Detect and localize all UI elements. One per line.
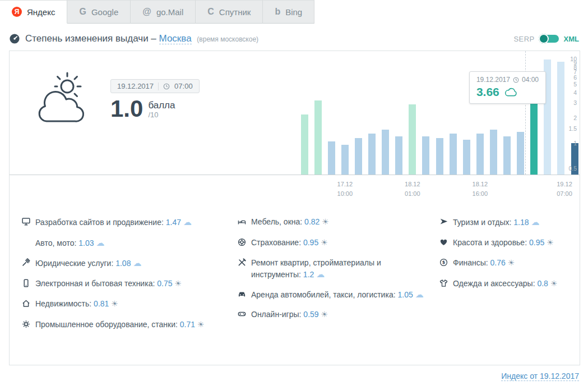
x-axis-tick: 19.1207:00 bbox=[557, 180, 572, 198]
tab-gomail[interactable]: @go.Mail bbox=[131, 0, 196, 24]
category-value-link[interactable]: 0.71 bbox=[180, 320, 195, 329]
cloud-icon: ☁ bbox=[96, 238, 104, 248]
x-axis-tick: 18.1216:00 bbox=[473, 180, 488, 198]
chart-bar[interactable] bbox=[436, 138, 443, 175]
tab-sputnik[interactable]: ССпутник bbox=[196, 0, 263, 24]
serp-volatility-panel: 19.12.2017 07:00 1.0 балла /10 19.12.201… bbox=[9, 51, 580, 365]
category-value-link[interactable]: 0.95 bbox=[303, 238, 318, 247]
chart-bar[interactable] bbox=[382, 130, 389, 175]
xml-label: XML bbox=[564, 35, 579, 43]
sun-icon: ☀ bbox=[322, 217, 329, 226]
category-label: Мебель, окна: bbox=[251, 217, 304, 226]
category-value-link[interactable]: 0.76 bbox=[490, 258, 506, 267]
monitor-icon bbox=[22, 217, 35, 229]
mail-icon: @ bbox=[142, 7, 151, 16]
category-value-link[interactable]: 0.81 bbox=[94, 299, 109, 308]
volatility-chart: 19.12.2017 07:00 1.0 балла /10 19.12.201… bbox=[10, 51, 580, 175]
chart-bar[interactable] bbox=[301, 114, 308, 175]
category-value-link[interactable]: 0.95 bbox=[529, 238, 544, 247]
tab-label: Bing bbox=[285, 7, 302, 17]
category-scores: Разработка сайтов и продвижение: 1.47☁Ав… bbox=[10, 202, 580, 365]
tab-label: Спутник bbox=[219, 7, 251, 17]
category-label: Одежда и аксессуары: bbox=[453, 279, 537, 288]
tab-bing[interactable]: bBing bbox=[263, 0, 314, 24]
category-item: Аренда автомобилей, такси, логистика: 1.… bbox=[238, 289, 439, 301]
sun-icon: ☀ bbox=[550, 279, 558, 288]
y-axis-tick: 2 bbox=[573, 114, 577, 121]
empty-icon bbox=[22, 237, 35, 250]
category-label: Авто, мото: bbox=[35, 239, 78, 247]
chart-bar[interactable] bbox=[314, 100, 322, 175]
cloud-icon: ☁ bbox=[133, 258, 141, 268]
y-axis-tick: 5 bbox=[573, 81, 577, 88]
category-value-link[interactable]: 1.18 bbox=[513, 218, 529, 227]
category-value-link[interactable]: 1.08 bbox=[115, 259, 131, 268]
category-value-link[interactable]: 0.59 bbox=[303, 310, 318, 319]
category-label: Разработка сайтов и продвижение: bbox=[35, 218, 166, 227]
google-icon: G bbox=[79, 7, 86, 16]
chart-bar[interactable] bbox=[409, 104, 416, 175]
category-value-link[interactable]: 1.2 bbox=[303, 270, 314, 279]
sun-icon: ☀ bbox=[111, 299, 118, 308]
chart-bar[interactable] bbox=[341, 145, 349, 175]
category-label: Промышленное оборудование, станки: bbox=[35, 320, 180, 329]
category-value-link[interactable]: 1.05 bbox=[397, 290, 413, 299]
chart-bar[interactable] bbox=[422, 136, 429, 175]
chart-bar[interactable] bbox=[503, 136, 511, 175]
region-link[interactable]: Москва bbox=[159, 33, 192, 44]
tab-label: Google bbox=[91, 7, 118, 17]
bing-icon: b bbox=[275, 7, 280, 16]
sun-icon: ☀ bbox=[321, 238, 328, 247]
chart-bar[interactable] bbox=[368, 134, 376, 175]
category-label: Онлайн-игры: bbox=[251, 310, 303, 319]
sun-icon: ☀ bbox=[174, 279, 182, 288]
chart-bar[interactable] bbox=[517, 132, 524, 175]
current-time: 07:00 bbox=[174, 82, 193, 90]
app-root: ЯЯндексGGoogle@go.MailССпутникbBing Степ… bbox=[0, 0, 588, 381]
page-title: Степень изменения выдачи – Москва (время… bbox=[25, 33, 258, 44]
tooltip-date: 19.12.2017 bbox=[476, 76, 510, 84]
tab-yandex[interactable]: ЯЯндекс bbox=[0, 0, 67, 24]
current-score: 1.0 балла /10 bbox=[110, 98, 175, 120]
current-date: 19.12.2017 bbox=[117, 82, 154, 90]
svg-text:$: $ bbox=[442, 260, 446, 265]
serp-label: SERP bbox=[514, 35, 535, 43]
category-column: Разработка сайтов и продвижение: 1.47☁Ав… bbox=[22, 217, 238, 340]
car-icon bbox=[238, 289, 251, 301]
category-label: Туризм и отдых: bbox=[453, 218, 513, 227]
furniture-icon bbox=[238, 217, 251, 229]
category-item: Страхование: 0.95☀ bbox=[238, 237, 439, 250]
chart-bar[interactable] bbox=[355, 138, 362, 175]
yandex-icon: Я bbox=[12, 7, 22, 17]
chart-bar[interactable] bbox=[463, 140, 470, 175]
chart-bar[interactable] bbox=[450, 134, 457, 175]
chart-bar[interactable] bbox=[395, 136, 402, 175]
search-engine-tabs: ЯЯндексGGoogle@go.MailССпутникbBing bbox=[0, 0, 588, 24]
category-label: Недвижимость: bbox=[35, 299, 94, 308]
chart-bar[interactable] bbox=[476, 134, 484, 175]
tab-label: go.Mail bbox=[156, 7, 183, 17]
day-boundary-line bbox=[525, 51, 526, 175]
chart-bar[interactable] bbox=[490, 130, 497, 175]
chart-bar[interactable] bbox=[328, 141, 335, 175]
beauty-icon bbox=[439, 237, 453, 250]
gauge-icon bbox=[9, 33, 20, 44]
serp-xml-toggle[interactable] bbox=[540, 35, 559, 43]
category-value-link[interactable]: 0.82 bbox=[304, 217, 320, 226]
category-item: Электронная и бытовая техника: 0.75☀ bbox=[22, 278, 238, 291]
sun-icon: ☀ bbox=[197, 320, 205, 329]
serp-xml-toggle-group: SERP XML bbox=[514, 35, 579, 43]
y-axis-tick: 1 bbox=[573, 140, 577, 146]
category-value-link[interactable]: 1.03 bbox=[78, 239, 94, 247]
category-value-link[interactable]: 0.75 bbox=[157, 279, 172, 288]
category-value-link[interactable]: 0.8 bbox=[537, 279, 548, 288]
cloud-icon: ☁ bbox=[415, 290, 424, 300]
sputnik-icon: С bbox=[207, 7, 214, 16]
cloud-icon: ☁ bbox=[531, 217, 540, 227]
chart-bar[interactable] bbox=[530, 95, 538, 175]
category-value-link[interactable]: 1.47 bbox=[166, 218, 181, 227]
tab-google[interactable]: GGoogle bbox=[67, 0, 131, 24]
y-axis-tick: 0.5 bbox=[568, 165, 577, 172]
index-date-link[interactable]: Индекс от 19.12.2017 bbox=[501, 372, 579, 381]
chart-bar[interactable] bbox=[557, 62, 564, 175]
